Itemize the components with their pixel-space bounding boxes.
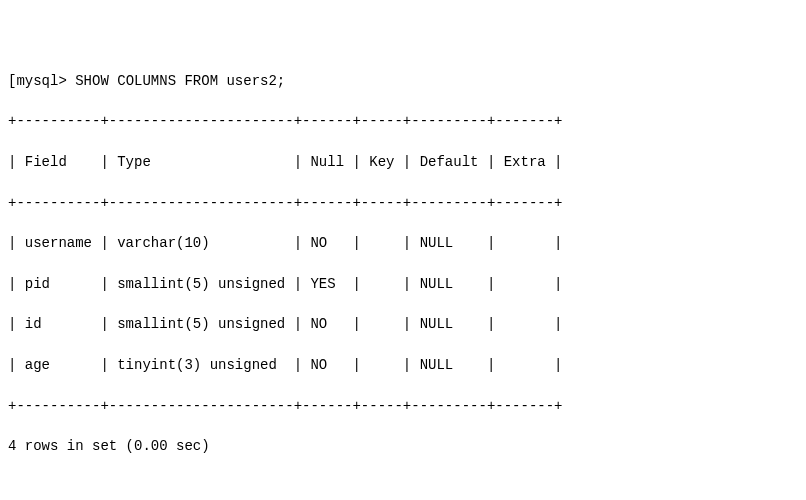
table1-row: | age | tinyint(3) unsigned | NO | | NUL… — [8, 355, 798, 375]
table1-row: | id | smallint(5) unsigned | NO | | NUL… — [8, 314, 798, 334]
table1-row: | pid | smallint(5) unsigned | YES | | N… — [8, 274, 798, 294]
sql-command-1: SHOW COLUMNS FROM users2; — [75, 73, 285, 89]
table1-header: | Field | Type | Null | Key | Default | … — [8, 152, 798, 172]
table1-sep-bot: +----------+----------------------+-----… — [8, 396, 798, 416]
table1-sep-mid: +----------+----------------------+-----… — [8, 193, 798, 213]
prompt-line-1: [mysql> SHOW COLUMNS FROM users2; — [8, 71, 798, 91]
blank-line — [8, 477, 798, 497]
table1-footer: 4 rows in set (0.00 sec) — [8, 436, 798, 456]
table1-sep-top: +----------+----------------------+-----… — [8, 111, 798, 131]
mysql-prompt: [mysql> — [8, 73, 67, 89]
table1-row: | username | varchar(10) | NO | | NULL |… — [8, 233, 798, 253]
